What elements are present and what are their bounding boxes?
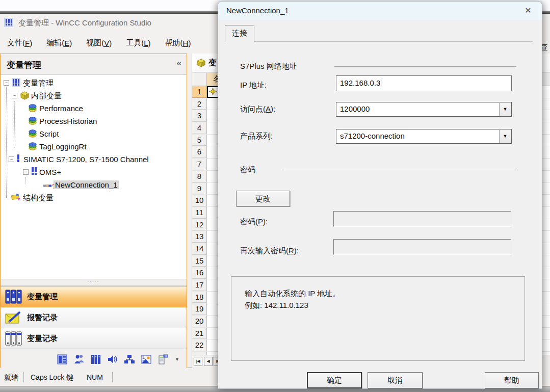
change-password-button[interactable]: 更改 <box>236 191 290 206</box>
row-number[interactable]: 17 <box>192 279 207 291</box>
tree-item-internal-tags[interactable]: − 内部变量 <box>1 89 187 102</box>
tree-item-taglogging[interactable]: TagLoggingRt <box>1 140 187 153</box>
retype-password-input[interactable] <box>333 239 511 255</box>
row-number[interactable]: 20 <box>192 316 207 327</box>
speaker-shortcut-icon[interactable] <box>107 353 119 365</box>
toolbar-overflow-icon[interactable]: ▼ <box>175 357 179 362</box>
collapse-pane-icon[interactable]: « <box>177 58 181 68</box>
tree-panel-header: 变量管理 « <box>1 54 187 75</box>
product-family-label: 产品系列: <box>240 132 273 141</box>
row-number[interactable]: 22 <box>192 339 207 351</box>
product-family-select[interactable]: s71200-connection ▼ <box>336 129 512 144</box>
alarm-logging-icon <box>5 310 22 327</box>
row-number[interactable]: 6 <box>192 146 207 158</box>
password-label: 密码(P): <box>240 217 268 227</box>
row-number[interactable]: 5 <box>192 135 207 146</box>
tree-item-script[interactable]: Script <box>1 127 187 140</box>
row-number[interactable]: 18 <box>192 292 207 303</box>
dropdown-button[interactable]: ▼ <box>499 103 511 116</box>
tab-connection[interactable]: 连接 <box>225 25 254 42</box>
help-button[interactable]: 帮助 <box>485 372 539 388</box>
menu-help[interactable]: 帮助(H) <box>158 33 198 54</box>
section-title-password: 密码 <box>240 165 255 175</box>
menu-tools[interactable]: 工具(L) <box>119 33 158 54</box>
app-icon <box>4 18 13 27</box>
grid-caption-text: 变 <box>208 58 217 68</box>
section-title-network: S7Plus 网络地址 <box>240 62 297 71</box>
tag-management-binders-icon <box>5 289 22 306</box>
access-point-label: 访问点(A): <box>240 104 275 114</box>
shortcut-toolbar: 1.2. ▼ <box>1 349 187 370</box>
row-number[interactable]: 14 <box>192 243 207 255</box>
row-number[interactable]: 10 <box>192 195 207 206</box>
section-rule <box>334 66 516 67</box>
tree-item-simatic-channel[interactable]: − SIMATIC S7-1200, S7-1500 Channel <box>1 153 187 166</box>
status-separator <box>112 372 113 382</box>
expander-icon[interactable]: − <box>12 93 17 98</box>
row-number[interactable]: 9 <box>192 183 207 195</box>
navigation-pane: 变量管理 « − 变量管理 − 内部变量 <box>0 54 187 368</box>
pane-splitter[interactable]: ····· <box>1 279 187 286</box>
row-number[interactable]: 1 <box>192 86 207 98</box>
row-number[interactable]: 2 <box>192 98 207 110</box>
row-number[interactable]: 7 <box>192 159 207 170</box>
row-number[interactable]: 19 <box>192 303 207 315</box>
info-line-1: 输入自动化系统的 IP 地址。 <box>245 288 525 299</box>
row-number[interactable]: 13 <box>192 231 207 243</box>
close-icon[interactable]: × <box>521 4 535 17</box>
menu-edit[interactable]: 编辑(E) <box>39 33 79 54</box>
ip-address-input[interactable]: 192.168.0.3 <box>336 75 512 91</box>
tree-item-tag-management[interactable]: − 变量管理 <box>1 76 187 89</box>
row-number[interactable]: 4 <box>192 122 207 134</box>
screen: 变量管理 - WinCC Configuration Studio 文件(F) … <box>0 0 550 392</box>
tree-item-structure-tags[interactable]: 结构变量 <box>1 191 187 204</box>
password-input[interactable] <box>333 211 511 227</box>
info-box: 输入自动化系统的 IP 地址。 例如: 142.11.0.123 <box>231 276 525 361</box>
status-capslock: Caps Lock 键 <box>31 373 73 382</box>
svg-text:2.: 2. <box>142 359 145 363</box>
cancel-button[interactable]: 取消 <box>368 372 423 388</box>
window-title: 变量管理 - WinCC Configuration Studio <box>18 18 151 28</box>
expander-icon[interactable]: − <box>4 80 9 86</box>
tree-item-oms-plus[interactable]: − OMS+ <box>1 166 187 178</box>
structure-tags-icon <box>11 193 21 203</box>
record-prev-button[interactable]: ◀ <box>204 357 213 366</box>
row-number[interactable]: 3 <box>192 110 207 122</box>
status-ready: 就绪 <box>4 373 18 382</box>
tree-item-performance[interactable]: Performance <box>1 102 187 115</box>
row-number[interactable]: 12 <box>192 219 207 231</box>
dropdown-button[interactable]: ▼ <box>499 130 511 143</box>
expander-icon[interactable]: − <box>9 156 14 162</box>
row-number[interactable]: 21 <box>192 328 207 339</box>
row-number[interactable]: 11 <box>192 207 207 219</box>
server-shortcut-icon[interactable] <box>157 353 169 365</box>
network-shortcut-icon[interactable] <box>123 353 136 365</box>
svg-text:1.: 1. <box>142 356 145 359</box>
tree-item-newconnection[interactable]: ? NewConnection_1 <box>1 178 187 191</box>
ok-button[interactable]: 确定 <box>307 372 362 388</box>
info-line-2: 例如: 142.11.0.123 <box>245 299 525 311</box>
nav-tag-management[interactable]: 变量管理 <box>1 286 187 307</box>
retype-password-label: 再次输入密码(R): <box>240 246 299 256</box>
nav-alarm-logging[interactable]: 报警记录 <box>1 307 187 328</box>
tag-logging-shortcut-icon[interactable] <box>90 353 102 365</box>
nav-tag-logging[interactable]: 变量记录 <box>1 328 187 349</box>
row-number[interactable]: 8 <box>192 171 207 182</box>
text-library-shortcut-icon[interactable]: 1.2. <box>140 353 152 365</box>
chevron-down-icon: ▼ <box>503 107 508 112</box>
tree-item-processhistorian[interactable]: ProcessHistorian <box>1 115 187 127</box>
ip-address-label: IP 地址: <box>240 81 267 90</box>
expander-icon[interactable]: − <box>23 169 29 175</box>
chevron-down-icon: ▼ <box>503 134 508 139</box>
record-first-button[interactable]: |◀ <box>194 357 202 366</box>
access-point-select[interactable]: 1200000 ▼ <box>336 102 512 117</box>
menu-view[interactable]: 视图(V) <box>79 33 119 54</box>
tags-cube-icon <box>196 58 206 70</box>
tag-management-shortcut-icon[interactable] <box>56 353 68 365</box>
users-shortcut-icon[interactable] <box>73 353 85 365</box>
menu-file[interactable]: 文件(F) <box>0 33 39 54</box>
tag-star-icon <box>209 88 217 95</box>
row-number[interactable]: 16 <box>192 267 207 279</box>
row-number[interactable]: 15 <box>192 255 207 267</box>
grid-corner-cell[interactable] <box>192 73 207 86</box>
